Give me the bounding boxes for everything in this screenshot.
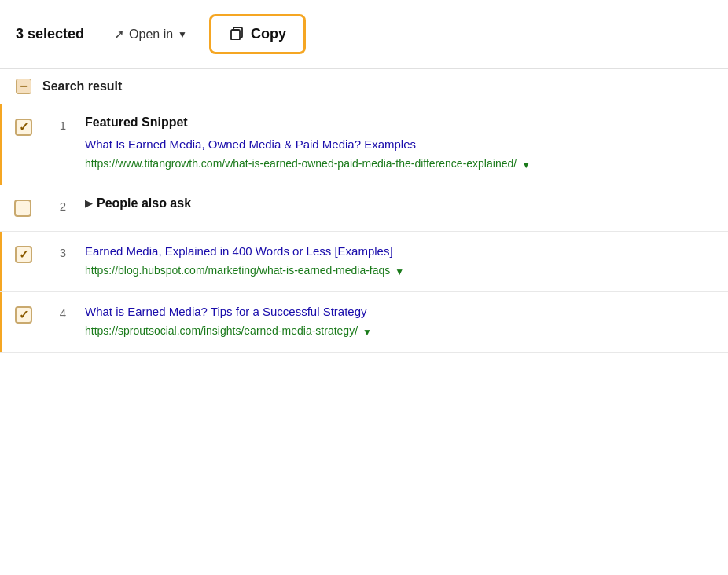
url-chevron-icon-4[interactable]: ▼ bbox=[362, 325, 372, 339]
row-3-link[interactable]: Earned Media, Explained in 400 Words or … bbox=[85, 243, 712, 259]
table-row: 4 What is Earned Media? Tips for a Succe… bbox=[0, 292, 728, 353]
copy-label: Copy bbox=[251, 26, 286, 42]
row-3-number: 3 bbox=[47, 232, 79, 291]
checkbox-col-3 bbox=[0, 232, 47, 291]
deselect-all-button[interactable] bbox=[16, 79, 31, 94]
row-4-url: https://sproutsocial.com/insights/earned… bbox=[85, 323, 712, 339]
checkbox-col-4 bbox=[0, 292, 47, 352]
results-container: 1 Featured Snippet What Is Earned Media,… bbox=[0, 104, 728, 353]
people-also-ask-title: ▶ People also ask bbox=[85, 196, 712, 211]
checkbox-col-1 bbox=[0, 104, 47, 185]
open-in-button[interactable]: ➚ Open in ▼ bbox=[108, 22, 193, 46]
header-row: Search result bbox=[0, 69, 728, 104]
featured-snippet-label: Featured Snippet bbox=[85, 115, 712, 130]
row-4-checkbox[interactable] bbox=[15, 306, 32, 324]
table-row: 3 Earned Media, Explained in 400 Words o… bbox=[0, 232, 728, 292]
copy-svg-icon bbox=[229, 24, 245, 40]
row-4-content: What is Earned Media? Tips for a Success… bbox=[79, 292, 728, 352]
selected-count: 3 selected bbox=[16, 26, 84, 42]
open-in-icon: ➚ bbox=[114, 27, 124, 42]
copy-icon bbox=[229, 24, 245, 44]
table-row: 2 ▶ People also ask bbox=[0, 185, 728, 232]
toolbar: 3 selected ➚ Open in ▼ Copy bbox=[0, 0, 728, 69]
row-4-number: 4 bbox=[47, 292, 79, 352]
row-2-number: 2 bbox=[47, 185, 79, 231]
svg-rect-1 bbox=[231, 30, 240, 40]
row-1-link[interactable]: What Is Earned Media, Owned Media & Paid… bbox=[85, 136, 712, 152]
open-in-chevron-icon: ▼ bbox=[178, 29, 187, 40]
url-chevron-icon-3[interactable]: ▼ bbox=[395, 265, 404, 279]
url-chevron-icon-1[interactable]: ▼ bbox=[521, 158, 531, 172]
search-result-header: Search result bbox=[42, 79, 122, 93]
row-3-checkbox[interactable] bbox=[15, 246, 32, 263]
row-1-number: 1 bbox=[47, 104, 79, 185]
row-1-checkbox[interactable] bbox=[15, 119, 32, 136]
paa-arrow-icon[interactable]: ▶ bbox=[85, 198, 92, 209]
row-2-checkbox[interactable] bbox=[14, 200, 31, 217]
open-in-label: Open in bbox=[129, 27, 173, 42]
table-row: 1 Featured Snippet What Is Earned Media,… bbox=[0, 104, 728, 185]
row-2-content: ▶ People also ask bbox=[79, 185, 728, 231]
row-3-content: Earned Media, Explained in 400 Words or … bbox=[79, 232, 728, 291]
checkbox-col-2 bbox=[0, 185, 47, 231]
row-4-link[interactable]: What is Earned Media? Tips for a Success… bbox=[85, 303, 712, 320]
copy-button[interactable]: Copy bbox=[209, 14, 306, 54]
row-3-url: https://blog.hubspot.com/marketing/what-… bbox=[85, 262, 712, 279]
row-1-content: Featured Snippet What Is Earned Media, O… bbox=[79, 104, 728, 185]
row-1-url: https://www.titangrowth.com/what-is-earn… bbox=[85, 156, 712, 172]
